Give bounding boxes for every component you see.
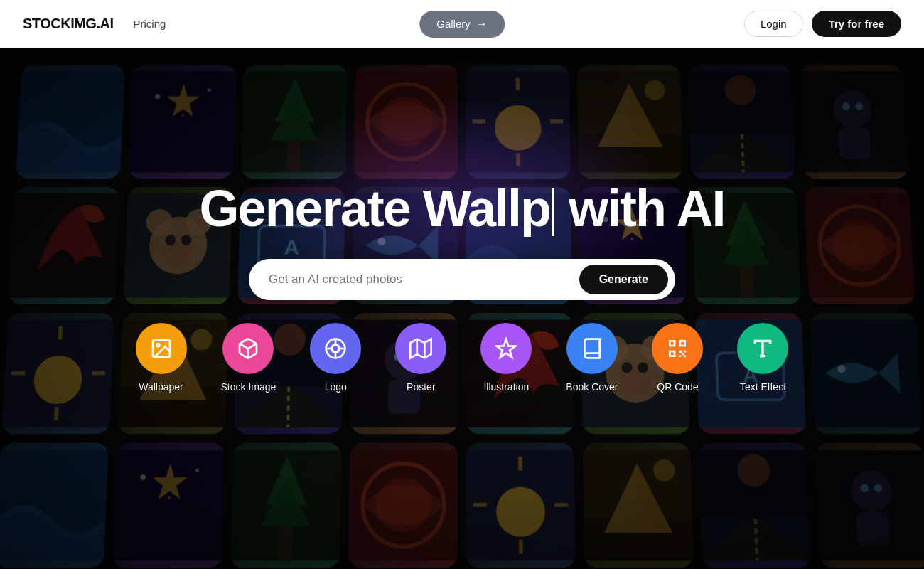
gallery-button[interactable]: Gallery →: [419, 11, 505, 38]
poster-icon: [395, 323, 446, 374]
logo-icon: [310, 323, 361, 374]
navbar-left: STOCKIMG.AI Pricing: [23, 16, 166, 32]
svg-rect-150: [682, 353, 684, 356]
hero-content: Generate Wallp with AI Generate Wallpape…: [0, 48, 924, 569]
hero-title: Generate Wallp with AI: [200, 182, 725, 237]
svg-marker-138: [411, 339, 431, 358]
hero-title-part2: with AI: [569, 180, 724, 237]
generate-button[interactable]: Generate: [579, 265, 668, 294]
logo: STOCKIMG.AI: [23, 16, 113, 32]
arrow-icon: →: [476, 18, 488, 31]
category-item-poster[interactable]: Poster: [395, 323, 446, 393]
category-item-stock-image[interactable]: Stock Image: [221, 323, 276, 393]
category-item-wallpaper[interactable]: Wallpaper: [136, 323, 187, 393]
text-effect-icon: [737, 323, 788, 374]
book-cover-label: Book Cover: [566, 381, 618, 393]
pricing-link[interactable]: Pricing: [133, 18, 166, 30]
qr-code-icon: [652, 323, 703, 374]
category-item-illustration[interactable]: Illustration: [480, 323, 532, 393]
cursor-blink: [552, 188, 554, 236]
navbar-center: Gallery →: [419, 11, 505, 38]
stock-image-icon: [222, 323, 274, 374]
login-button[interactable]: Login: [744, 11, 803, 37]
navbar: STOCKIMG.AI Pricing Gallery → Login Try …: [0, 0, 924, 48]
svg-rect-148: [684, 351, 687, 353]
try-free-button[interactable]: Try for free: [812, 11, 901, 37]
qr-code-label: QR Code: [657, 381, 698, 393]
stock-image-label: Stock Image: [221, 381, 276, 393]
book-cover-icon: [566, 323, 618, 374]
search-bar: Generate: [249, 259, 675, 300]
text-effect-label: Text Effect: [740, 381, 786, 393]
navbar-right: Login Try for free: [744, 11, 901, 37]
svg-rect-147: [679, 351, 682, 353]
svg-rect-151: [684, 356, 687, 358]
hero-section: AA Generate Wallp with AI Generate Wallp…: [0, 48, 924, 569]
hero-title-part1: Generate Wallp: [200, 180, 550, 237]
logo-label: Logo: [325, 381, 347, 393]
categories-row: WallpaperStock ImageLogoPosterIllustrati…: [136, 323, 789, 393]
category-item-book-cover[interactable]: Book Cover: [566, 323, 618, 393]
svg-rect-144: [682, 342, 684, 345]
svg-point-133: [332, 345, 340, 353]
illustration-icon: [480, 323, 532, 374]
category-item-qr-code[interactable]: QR Code: [652, 323, 703, 393]
search-input[interactable]: [269, 272, 579, 287]
svg-rect-146: [671, 353, 674, 356]
gallery-label: Gallery: [436, 18, 471, 30]
wallpaper-label: Wallpaper: [139, 381, 183, 393]
svg-rect-149: [679, 356, 682, 358]
svg-rect-142: [671, 342, 674, 345]
wallpaper-icon: [136, 323, 187, 374]
svg-point-131: [156, 344, 159, 347]
illustration-label: Illustration: [483, 381, 529, 393]
category-item-text-effect[interactable]: Text Effect: [737, 323, 788, 393]
category-item-logo[interactable]: Logo: [310, 323, 361, 393]
poster-label: Poster: [407, 381, 435, 393]
